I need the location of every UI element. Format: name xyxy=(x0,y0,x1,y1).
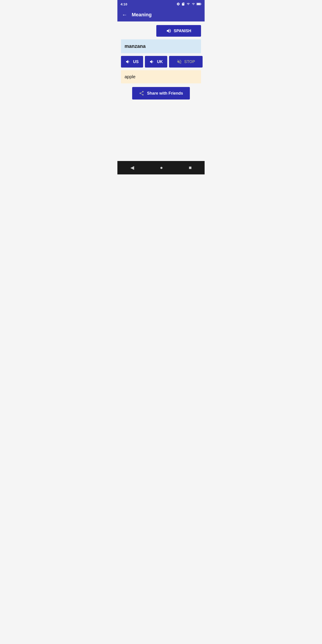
share-button[interactable]: Share with Friends xyxy=(132,87,190,100)
stop-button[interactable]: STOP xyxy=(169,56,202,68)
wifi-icon xyxy=(186,2,190,6)
svg-rect-1 xyxy=(200,4,201,4)
uk-label: UK xyxy=(157,60,163,64)
status-time: 4:10 xyxy=(120,2,127,6)
back-button[interactable]: ← xyxy=(121,11,128,19)
status-bar: 4:10 xyxy=(118,0,204,8)
meaning-display: apple xyxy=(121,70,201,84)
us-pronunciation-button[interactable]: US xyxy=(121,56,143,68)
uk-speaker-icon xyxy=(149,59,155,64)
signal-icon xyxy=(192,2,195,6)
spanish-label: SPANISH xyxy=(174,28,192,33)
nav-home-button[interactable]: ● xyxy=(156,164,167,172)
share-label: Share with Friends xyxy=(147,91,183,96)
meaning-text: apple xyxy=(124,74,136,79)
us-label: US xyxy=(133,60,139,64)
pronunciation-row: US UK STOP xyxy=(121,56,201,68)
app-bar-title: Meaning xyxy=(132,12,152,18)
main-content: SPANISH manzana US UK STOP apple xyxy=(118,22,204,161)
spanish-button[interactable]: SPANISH xyxy=(156,25,201,37)
status-icons xyxy=(176,2,202,6)
us-speaker-icon xyxy=(126,59,131,64)
stop-label: STOP xyxy=(184,60,195,64)
sd-card-icon xyxy=(181,2,185,6)
nav-bar: ◀ ● ■ xyxy=(118,161,204,174)
nav-back-button[interactable]: ◀ xyxy=(126,164,139,172)
battery-icon xyxy=(196,3,202,5)
speaker-icon xyxy=(166,28,172,34)
word-display: manzana xyxy=(121,39,201,53)
nav-recent-button[interactable]: ■ xyxy=(184,164,196,172)
word-text: manzana xyxy=(124,44,146,49)
settings-icon xyxy=(176,2,180,6)
app-bar: ← Meaning xyxy=(118,8,204,22)
share-icon xyxy=(139,90,144,96)
svg-rect-2 xyxy=(197,3,200,5)
uk-pronunciation-button[interactable]: UK xyxy=(145,56,167,68)
stop-speaker-icon xyxy=(177,59,182,64)
